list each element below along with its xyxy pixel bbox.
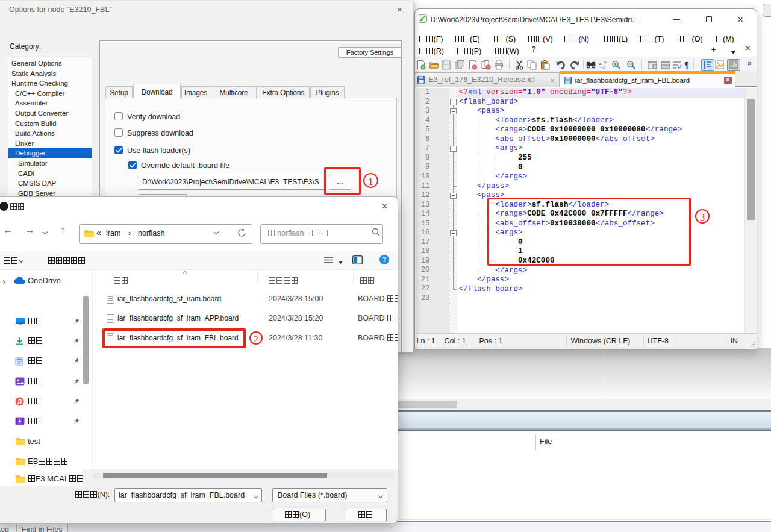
svg-text:a: a [599, 61, 602, 66]
svg-text:¶: ¶ [684, 61, 689, 70]
svg-text:b: b [603, 65, 606, 70]
